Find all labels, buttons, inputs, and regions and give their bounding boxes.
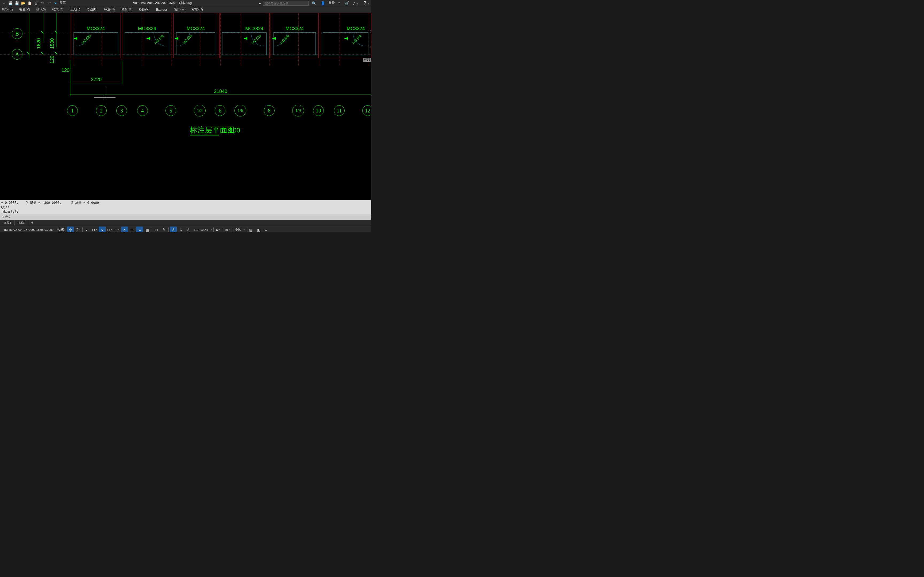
menu-help[interactable]: 帮助(H) <box>191 7 204 12</box>
room-label: MC3324 <box>245 26 263 32</box>
room-unit: MC3324 i=0.5% <box>271 13 319 58</box>
anno-scale-icon[interactable]: ⅄ <box>170 227 177 232</box>
anno-visibility-icon[interactable]: ⅄ <box>177 227 184 232</box>
grid-line <box>143 13 143 66</box>
search-icon[interactable]: 🔍 <box>311 1 317 5</box>
command-output: 取消* <box>1 205 370 210</box>
layout-tab-1[interactable]: 布局1 <box>0 221 15 226</box>
command-history: = 0.0000, Y 增量 = -800.0000, Z 增量 = 0.000… <box>0 200 372 214</box>
snap-icon[interactable]: ⁚⁚▼ <box>74 227 81 232</box>
transparency-icon[interactable]: ▦ <box>144 227 150 232</box>
axis-bubble-1-9: 1/9 <box>292 105 304 116</box>
menu-insert[interactable]: 插入(I) <box>35 7 47 12</box>
redo-icon[interactable]: ↷▼ <box>46 0 52 6</box>
clean-screen-icon[interactable]: ▣ <box>255 227 262 232</box>
save-icon[interactable]: 💾 <box>8 0 13 6</box>
axis-bubble-10: 10 <box>313 105 324 116</box>
room-label: MC3324 <box>347 26 365 32</box>
osnap-icon[interactable]: ◻▼ <box>106 227 113 232</box>
menu-view[interactable]: 视图(V) <box>18 7 31 12</box>
command-output: _dimstyle <box>1 210 370 213</box>
cart-icon[interactable]: 🛒 <box>343 1 350 5</box>
login-dropdown-icon[interactable]: ▼ <box>337 2 341 4</box>
room-unit: MC3324 i=0.5% <box>173 13 218 58</box>
axis-bubble-1: 1 <box>67 105 78 116</box>
3dosnap-icon[interactable]: ⊡▼ <box>114 227 121 232</box>
wcs-badge[interactable]: WCS <box>363 58 372 62</box>
menu-format[interactable]: 格式(O) <box>51 7 64 12</box>
drawing-canvas[interactable]: B A 1620 1500 120 MC3324 i=0.5% MC3324 i… <box>0 13 372 200</box>
dynamic-input-icon[interactable]: ⊞ <box>129 227 136 232</box>
axis-bubble-11: 11 <box>334 105 345 116</box>
command-input[interactable]: 入命令 <box>0 214 372 220</box>
dim-120-h: 120 <box>61 68 69 73</box>
customize-icon[interactable]: ≡ <box>262 227 269 232</box>
axis-bubble-8: 8 <box>264 105 275 116</box>
workspace-icon[interactable]: ✿▼ <box>215 227 221 232</box>
menu-express[interactable]: Express <box>155 7 168 12</box>
app-icon[interactable]: ◬▼ <box>352 1 359 5</box>
plot-icon[interactable]: 📋 <box>27 0 32 6</box>
crosshair-pickbox <box>103 95 107 99</box>
share-icon[interactable]: ➤ <box>52 0 58 6</box>
chevron-down-icon[interactable]: ▼ <box>210 229 212 230</box>
lock-ui-icon[interactable]: ⊞▼ <box>224 227 231 232</box>
title-right-icons: 🔍 👤 登录 ▼ 🛒 ◬▼ ❔▼ <box>311 1 370 5</box>
user-icon[interactable]: 👤 <box>320 1 326 5</box>
model-space-button[interactable]: 模型 <box>56 227 66 232</box>
grid-line <box>102 13 102 66</box>
anno-auto-icon[interactable]: ⅄ <box>185 227 192 232</box>
arrow-icon[interactable]: ▸ <box>259 0 261 6</box>
polar-icon[interactable]: ⊙▼ <box>91 227 98 232</box>
open-icon[interactable]: 📂 <box>20 0 26 6</box>
layout-tabs: 布局1 布局2 + <box>0 220 372 226</box>
slope-arrow-icon <box>244 37 247 40</box>
menu-window[interactable]: 窗口(W) <box>173 7 187 12</box>
ortho-icon[interactable]: ⌐ <box>84 227 90 232</box>
coordinates-display[interactable]: 1514520.3734, 1579999.1539, 0.0000 <box>2 228 55 231</box>
slope-arrow-icon <box>344 37 348 40</box>
annotation-monitor-icon[interactable]: ✎ <box>160 227 167 232</box>
print-icon[interactable]: 🖨 <box>33 0 39 6</box>
lineweight-icon[interactable]: ≡ <box>136 227 143 232</box>
annotation-scale[interactable]: 1:1 / 100% <box>192 228 210 231</box>
menu-parametric[interactable]: 参数(P) <box>138 7 150 12</box>
drawing-title-underline <box>190 135 219 135</box>
axis-bubble-12: 12 <box>362 105 372 116</box>
layout-tab-2[interactable]: 布局2 <box>15 221 29 226</box>
command-output: = 0.0000, Y 增量 = -800.0000, Z 增量 = 0.000… <box>1 201 370 205</box>
dim-3720: 3720 <box>91 77 102 82</box>
quick-properties-icon[interactable]: ▤ <box>247 227 254 232</box>
menu-tools[interactable]: 工具(T) <box>69 7 81 12</box>
dim-tick <box>41 31 44 34</box>
grid-line <box>73 13 73 66</box>
layout-add-button[interactable]: + <box>29 220 36 226</box>
otrack-icon[interactable]: ∠ <box>121 227 128 232</box>
grid-icon[interactable]: ╬ <box>67 227 74 232</box>
menu-draw[interactable]: 绘图(D) <box>86 7 99 12</box>
login-label[interactable]: 登录 <box>328 1 335 5</box>
cycling-icon[interactable]: ⊡ <box>153 227 160 232</box>
isodraft-icon[interactable]: ↘ <box>99 227 106 232</box>
menu-dimension[interactable]: 标注(N) <box>103 7 116 12</box>
app-title: Autodesk AutoCAD 2022 教程 - 副本.dwg <box>66 1 259 5</box>
grid-line <box>298 13 299 66</box>
share-label[interactable]: 共享 <box>59 0 66 6</box>
menu-edit[interactable]: 编辑(E) <box>1 7 14 12</box>
search-input[interactable] <box>263 1 309 6</box>
status-bar: 1514520.3734, 1579999.1539, 0.0000 模型 ╬ … <box>0 226 372 232</box>
slope-arrow-icon <box>146 37 150 40</box>
dim-1500: 1500 <box>50 38 55 49</box>
room-unit: MC3324 i=0.5% <box>122 13 172 58</box>
menu-modify[interactable]: 修改(M) <box>120 7 133 12</box>
units-display[interactable]: 小数 <box>233 227 242 232</box>
view-compass[interactable]: 北 西 南 <box>368 29 372 62</box>
help-icon[interactable]: ❔▼ <box>362 1 370 5</box>
room-unit: MC3324 i=0.5% <box>219 13 270 58</box>
saveas-icon[interactable]: 💾 <box>14 0 20 6</box>
chevron-down-icon[interactable]: ▼ <box>243 229 245 230</box>
undo-icon[interactable]: ↶▼ <box>40 0 45 6</box>
room-unit: MC3324 i=0.5% <box>71 13 121 58</box>
axis-bubble-1-5: 1/5 <box>194 105 205 116</box>
new-icon[interactable]: ▫ <box>1 0 7 6</box>
